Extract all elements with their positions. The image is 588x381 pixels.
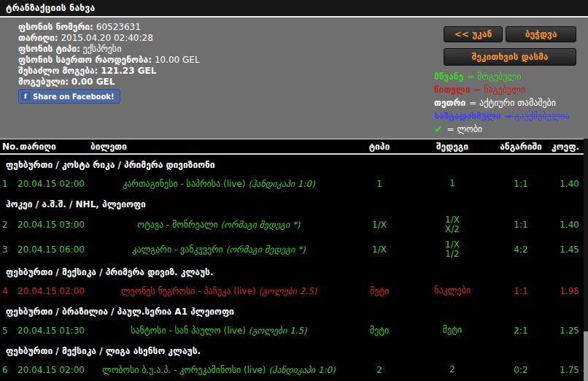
ask-question-button[interactable]: შეკითხვის დასმა	[444, 48, 576, 66]
ticket-match: ოტავა - მონრეალი	[137, 220, 220, 230]
col-header-result: შედეგი	[409, 142, 496, 152]
col-header-no: No.	[0, 142, 15, 152]
status-color-legend: მწვანე= მოგებულიწითელი= წაგებულითეთრი= ა…	[434, 70, 570, 136]
cell-ticket: კალგარი - ვანკუვერი (ორმაგი შედეგი *)	[88, 245, 350, 255]
back-button[interactable]: << უკან	[444, 26, 503, 42]
cell-coefficient: 1.75	[546, 365, 584, 375]
cell-row-number: 2	[0, 220, 15, 230]
facebook-icon: f	[21, 92, 30, 101]
cell-date: 20.04.15 06:00	[15, 245, 88, 255]
legend-text: = წაგებული	[474, 83, 526, 96]
facebook-share-button[interactable]: f Share on Facebook!	[18, 89, 120, 104]
info-field-label: ფსონის საერთო რაოდენობა:	[18, 55, 152, 65]
scrollbar-thumb[interactable]	[584, 331, 588, 381]
col-header-score: ანგარიში	[496, 142, 546, 152]
cell-date: 20.04.15 01:30	[15, 326, 88, 336]
info-field: თარიღი: 2015.04.20 02:40:28	[18, 33, 200, 44]
cell-ticket: კართაგინესი - საპრისა (live) (ჰანდიკაპი …	[88, 179, 350, 189]
league-group-row: ფეხბურთი / კოსტა რიკა / პრიმერა დივიზიონ…	[0, 155, 584, 173]
legend-term: წითელი	[434, 83, 471, 96]
col-header-ticket: ბილეთი	[88, 142, 350, 152]
ticket-match: ლეონეს ნეგროსი - პაჩუკა (live)	[121, 286, 259, 296]
cell-ticket: სანტოსი - სან პაულო (live) (გოლები 1.5)	[88, 326, 350, 336]
cell-bet-type: მეტი	[350, 286, 409, 296]
col-header-type: ტიპი	[350, 142, 409, 152]
cell-row-number: 6	[0, 365, 15, 375]
cell-date: 20.04.15 02:00	[15, 286, 88, 296]
table-row: 120.04.15 02:00კართაგინესი - საპრისა (li…	[0, 173, 584, 194]
cell-coefficient: 1.45	[546, 245, 584, 255]
table-body: ფეხბურთი / კოსტა რიკა / პრიმერა დივიზიონ…	[0, 155, 584, 380]
cell-bet-type: მეტი	[350, 326, 409, 336]
table-header-row: No. თარიღი ბილეთი ტიპი შედეგი ანგარიში კ…	[0, 139, 584, 155]
page-title: ტრანზაქციის ნახვა	[0, 0, 588, 16]
legend-text: = მოგებული	[467, 70, 521, 83]
cell-bet-type: 1/X	[350, 220, 409, 230]
ticket-market-note: (გოლები 2.5)	[258, 286, 317, 296]
cell-result: 2	[409, 365, 496, 374]
vertical-scrollbar[interactable]	[584, 139, 588, 381]
cell-coefficient: 1.25	[546, 326, 584, 336]
legend-item: მწვანე= მოგებული	[434, 70, 570, 83]
title-divider	[0, 16, 588, 18]
ticket-match: კართაგინესი - საპრისა (live)	[123, 179, 248, 189]
legend-text: = აქტიური თამაშები	[469, 96, 556, 109]
cell-date: 20.04.15 03:00	[15, 220, 88, 230]
info-field: ფსონის ნომერი: 60523631	[18, 22, 200, 33]
cell-row-number: 5	[0, 326, 15, 336]
ticket-match: კალგარი - ვანკუვერი	[132, 245, 226, 255]
info-field: შესაძლო მოგება: 121.23 GEL	[18, 66, 200, 77]
info-field-value: 2015.04.20 02:40:28	[61, 33, 152, 43]
legend-item: ✔= ლობი	[434, 123, 570, 136]
cell-result: 1	[409, 179, 496, 188]
info-field-value: 10.00 GEL	[155, 55, 200, 65]
ticket-market-note: (ორმაგი შედეგი *)	[226, 245, 306, 255]
table-row: 220.04.15 03:00ოტავა - მონრეალი (ორმაგი …	[0, 212, 584, 237]
cell-score: 1:1	[496, 220, 546, 230]
info-field-value: 0.00 GEL	[71, 77, 115, 87]
cell-date: 20.04.15 02:00	[15, 365, 88, 375]
info-field-label: თარიღი:	[18, 33, 58, 43]
table-row: 420.04.15 02:00ლეონეს ნეგროსი - პაჩუკა (…	[0, 280, 584, 301]
cell-row-number: 4	[0, 286, 15, 296]
legend-term: თეთრი	[434, 96, 465, 109]
cell-coefficient: 1.40	[546, 179, 584, 189]
cell-bet-type: 2	[350, 365, 409, 375]
cell-score: 1:1	[496, 179, 546, 189]
cell-bet-type: 1	[350, 179, 409, 189]
ticket-match: სანტოსი - სან პაულო (live)	[131, 326, 249, 336]
cell-date: 20.04.15 02:00	[15, 179, 88, 189]
cell-result: 1/X 1/2	[409, 240, 496, 259]
ticket-market-note: (ორმაგი შედეგი *)	[221, 220, 301, 230]
league-group-row: ფეხბურთი / ბრაზილია / პაულ.სერია A1 პლეი…	[0, 301, 584, 320]
print-button[interactable]: ბეჭდვა	[506, 26, 576, 42]
transaction-view-page: ტრანზაქციის ნახვა ფსონის ნომერი: 6052363…	[0, 0, 588, 381]
cell-result: 1/X X/2	[409, 215, 496, 234]
info-field-value: 60523631	[96, 22, 141, 32]
cell-result: ნაკლები	[409, 286, 496, 296]
ticket-market-note: (გოლები 1.5)	[249, 326, 307, 336]
legend-item: წითელი= წაგებული	[434, 83, 570, 96]
legend-text: = ლობი	[447, 123, 483, 136]
info-field-value: 121.23 GEL	[101, 66, 156, 76]
info-field: ფსონის საერთო რაოდენობა: 10.00 GEL	[18, 55, 200, 66]
league-group-row: ფეხბურთი / მექსიკა / პრიმერა დივიზ. კლაუ…	[0, 262, 584, 280]
cell-score: 0:2	[496, 365, 546, 375]
checkmark-icon: ✔	[434, 124, 444, 135]
league-group-row: ფეხბურთი / მექსიკა / ლიგა ასენსო კლაუს.	[0, 341, 584, 359]
cell-score: 2:1	[496, 326, 546, 336]
legend-item: ხაზგადასმული= გაუქმებულია	[434, 109, 570, 123]
facebook-share-label: Share on Facebook!	[33, 93, 115, 101]
legend-term: ხაზგადასმული	[434, 109, 500, 123]
league-group-row: ჰოკეი / ა.შ.შ. / NHL, პლეიოფი	[0, 194, 584, 212]
info-field-value: ექსპრესი	[83, 44, 122, 54]
cell-result: მეტი	[409, 326, 496, 335]
cell-ticket: ლეონეს ნეგროსი - პაჩუკა (live) (გოლები 2…	[88, 286, 350, 296]
info-field-label: შესაძლო მოგება:	[18, 66, 98, 76]
info-field-label: ფსონის ნომერი:	[18, 22, 93, 32]
info-field: ფსონის ტიპი: ექსპრესი	[18, 44, 200, 55]
cell-coefficient: 1.95	[546, 286, 584, 296]
ticket-match: ლობოსი ბ.უ.ა.პ. - კორეკამინოსი (live)	[102, 365, 268, 375]
legend-text: = გაუქმებულია	[504, 109, 569, 123]
table-row: 520.04.15 01:30სანტოსი - სან პაულო (live…	[0, 320, 584, 341]
